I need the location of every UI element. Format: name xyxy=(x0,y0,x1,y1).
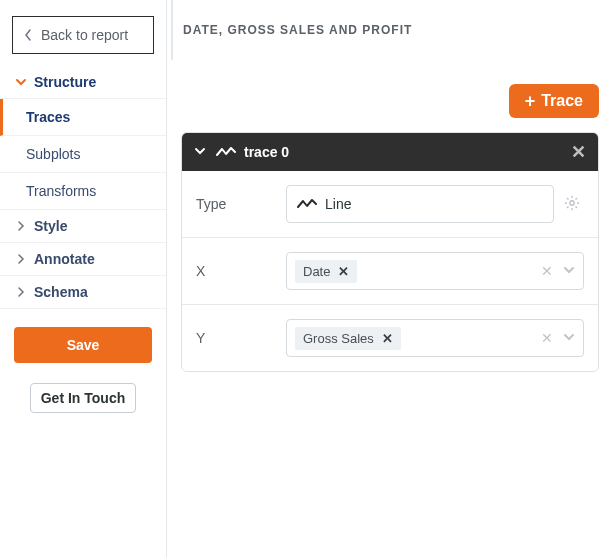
sidebar-section-structure[interactable]: Structure xyxy=(0,66,166,99)
svg-line-7 xyxy=(567,206,569,208)
add-trace-button[interactable]: + Trace xyxy=(509,84,599,118)
save-button[interactable]: Save xyxy=(14,327,152,363)
trace-panel-title: trace 0 xyxy=(244,144,289,160)
close-icon[interactable]: ✕ xyxy=(571,141,586,163)
trace-panel: trace 0 ✕ Type Line xyxy=(181,132,599,372)
get-in-touch-label: Get In Touch xyxy=(41,390,126,406)
back-to-report-button[interactable]: Back to report xyxy=(12,16,154,54)
field-type-label: Type xyxy=(196,196,286,212)
toolbar: + Trace xyxy=(167,60,599,132)
main-content: DATE, GROSS SALES AND PROFIT + Trace tra… xyxy=(167,0,613,558)
page-title: DATE, GROSS SALES AND PROFIT xyxy=(183,23,412,37)
chevron-right-icon xyxy=(14,220,28,232)
y-select[interactable]: Gross Sales ✕ ✕ xyxy=(286,319,584,357)
chevron-down-icon xyxy=(14,76,28,88)
y-tag: Gross Sales ✕ xyxy=(295,327,401,350)
trace-panel-body: Type Line X xyxy=(182,171,598,371)
field-type: Type Line xyxy=(182,171,598,238)
field-x-label: X xyxy=(196,263,286,279)
svg-line-6 xyxy=(576,206,578,208)
sidebar-item-label: Transforms xyxy=(26,183,96,199)
remove-tag-icon[interactable]: ✕ xyxy=(338,264,349,279)
type-select[interactable]: Line xyxy=(286,185,554,223)
chevron-down-icon[interactable] xyxy=(563,263,575,279)
x-tag: Date ✕ xyxy=(295,260,357,283)
type-value: Line xyxy=(325,196,351,212)
section-label: Style xyxy=(34,218,67,234)
clear-icon[interactable]: ✕ xyxy=(541,330,553,346)
sidebar-item-label: Subplots xyxy=(26,146,80,162)
x-tag-label: Date xyxy=(303,264,330,279)
field-x: X Date ✕ ✕ xyxy=(182,238,598,305)
section-label: Schema xyxy=(34,284,88,300)
svg-line-8 xyxy=(576,198,578,200)
y-tag-label: Gross Sales xyxy=(303,331,374,346)
section-label: Structure xyxy=(34,74,96,90)
add-trace-label: Trace xyxy=(541,92,583,110)
sidebar-section-annotate[interactable]: Annotate xyxy=(0,243,166,276)
get-in-touch-button[interactable]: Get In Touch xyxy=(30,383,136,413)
remove-tag-icon[interactable]: ✕ xyxy=(382,331,393,346)
trace-panel-header[interactable]: trace 0 ✕ xyxy=(182,133,598,171)
section-label: Annotate xyxy=(34,251,95,267)
chevron-down-icon[interactable] xyxy=(563,330,575,346)
page-header: DATE, GROSS SALES AND PROFIT xyxy=(171,0,599,60)
structure-subitems: Traces Subplots Transforms xyxy=(0,99,166,210)
svg-point-0 xyxy=(570,200,574,204)
sidebar-item-traces[interactable]: Traces xyxy=(0,99,166,136)
sidebar-item-label: Traces xyxy=(26,109,70,125)
back-label: Back to report xyxy=(41,27,128,43)
sidebar-item-subplots[interactable]: Subplots xyxy=(0,136,166,173)
clear-icon[interactable]: ✕ xyxy=(541,263,553,279)
gear-icon[interactable] xyxy=(560,195,584,214)
sidebar-section-style[interactable]: Style xyxy=(0,210,166,243)
x-select[interactable]: Date ✕ ✕ xyxy=(286,252,584,290)
line-chart-icon xyxy=(297,197,317,211)
chevron-down-icon xyxy=(194,144,206,160)
sidebar: Back to report Structure Traces Subplots… xyxy=(0,0,167,558)
chevron-right-icon xyxy=(14,286,28,298)
svg-line-5 xyxy=(567,198,569,200)
sidebar-item-transforms[interactable]: Transforms xyxy=(0,173,166,210)
save-label: Save xyxy=(67,337,100,353)
sidebar-section-schema[interactable]: Schema xyxy=(0,276,166,309)
chevron-left-icon xyxy=(23,28,33,42)
plus-icon: + xyxy=(525,92,536,110)
field-y: Y Gross Sales ✕ ✕ xyxy=(182,305,598,371)
chevron-right-icon xyxy=(14,253,28,265)
line-chart-icon xyxy=(216,145,236,159)
field-y-label: Y xyxy=(196,330,286,346)
